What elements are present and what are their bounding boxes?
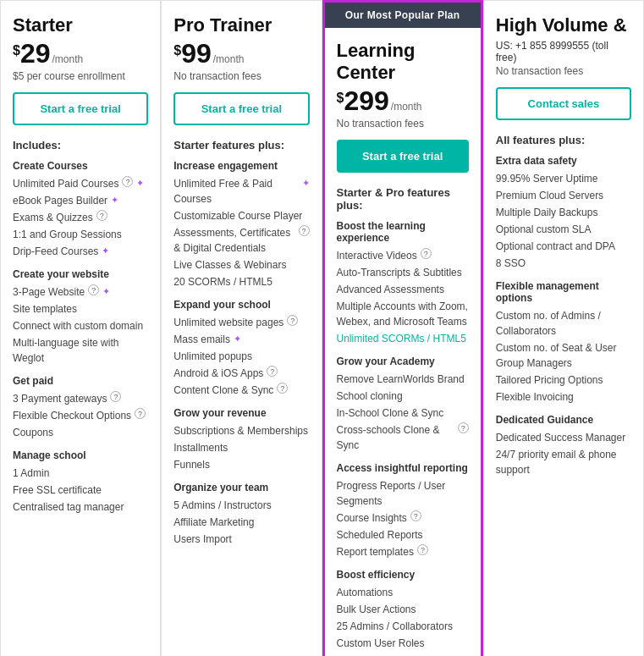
feature-item: Unlimited website pages ?	[173, 314, 309, 331]
plan-name-high-volume: High Volume &	[496, 14, 631, 36]
feature-text: Site templates	[13, 301, 77, 317]
feature-item: Custom no. of Admins / Collaborators	[496, 307, 631, 339]
trial-button-learning-center[interactable]: Start a free trial	[337, 140, 469, 173]
feature-item: Live Classes & Webinars	[173, 256, 309, 273]
price-amount: 299	[344, 87, 388, 114]
info-icon[interactable]: ?	[410, 510, 421, 521]
section-header-learning-center-2: Access insightful reporting	[337, 462, 469, 474]
info-icon[interactable]: ?	[267, 366, 278, 377]
info-icon[interactable]: ?	[458, 422, 469, 433]
feature-item: 99.95% Server Uptime	[496, 170, 631, 187]
feature-text: Customizable Course Player	[173, 208, 302, 223]
feature-item: Centralised tag manager	[13, 499, 148, 515]
feature-text: Progress Reports / User Segments	[337, 478, 469, 509]
feature-text: Dedicated Success Manager	[496, 430, 625, 445]
includes-label-high-volume: All features plus:	[496, 134, 631, 146]
feature-text: In-School Clone & Sync	[337, 405, 444, 421]
info-icon[interactable]: ?	[421, 248, 432, 259]
sparkle-icon: ✦	[102, 244, 109, 258]
feature-text: Connect with custom domain	[13, 318, 143, 334]
plan-col-pro-trainer: Pro Trainer $ 99 /month No transaction f…	[161, 0, 322, 656]
section-header-starter-0: Create Courses	[13, 160, 148, 172]
section-header-starter-2: Get paid	[13, 375, 148, 387]
feature-item: Custom User Roles	[337, 635, 469, 652]
feature-item: Site templates	[13, 300, 148, 317]
price-note-high-volume: No transaction fees	[496, 65, 631, 77]
info-icon[interactable]: ?	[417, 544, 428, 555]
price-period: /month	[52, 53, 84, 65]
feature-item: Optional contract and DPA	[496, 238, 631, 255]
trial-button-high-volume[interactable]: Contact sales	[496, 87, 631, 120]
feature-text: Premium Cloud Servers	[496, 188, 603, 203]
feature-item: Remove LearnWorlds Brand	[337, 371, 469, 388]
price-note-learning-center: No transaction fees	[337, 118, 469, 130]
feature-item: Mass emails ✦	[173, 331, 309, 348]
price-amount: 29	[20, 40, 51, 67]
section-header-learning-center-3: Boost efficiency	[337, 569, 469, 581]
feature-text: Unlimited popups	[173, 349, 252, 364]
price-currency: $	[337, 91, 344, 106]
feature-text: 99.95% Server Uptime	[496, 171, 598, 186]
feature-text: 5 Admins / Instructors	[173, 498, 271, 513]
info-icon[interactable]: ?	[287, 315, 298, 326]
feature-text: Flexible Invoicing	[496, 389, 574, 405]
feature-item: 1 Admin	[13, 465, 148, 482]
feature-item: Cross-schools Clone & Sync ?	[337, 422, 469, 454]
feature-text: Assessments, Certificates & Digital Cred…	[173, 225, 294, 256]
feature-item: 1:1 and Group Sessions	[13, 226, 148, 243]
plan-name-pro-trainer: Pro Trainer	[173, 14, 309, 36]
feature-item: Optional custom SLA	[496, 221, 631, 238]
feature-item: Subscriptions & Memberships	[173, 422, 309, 439]
plan-price-pro-trainer: $ 99 /month	[173, 40, 309, 67]
feature-text: Multiple Daily Backups	[496, 205, 598, 220]
info-icon[interactable]: ?	[277, 383, 288, 394]
section-header-high-volume-1: Flexible management options	[496, 280, 631, 304]
info-icon[interactable]: ?	[110, 391, 121, 402]
feature-text: 20 SCORMs / HTML5	[173, 274, 272, 289]
info-icon[interactable]: ?	[122, 176, 133, 187]
feature-item: Exams & Quizzes ?	[13, 209, 148, 226]
sparkle-icon: ✦	[111, 193, 118, 207]
trial-button-starter[interactable]: Start a free trial	[13, 92, 148, 125]
price-period: /month	[391, 101, 422, 113]
info-icon[interactable]: ?	[299, 225, 310, 236]
feature-text: Unlimited Free & Paid Courses	[173, 176, 298, 207]
price-note-pro-trainer: No transaction fees	[173, 70, 309, 82]
info-icon[interactable]: ?	[96, 210, 107, 221]
feature-item: 3 Payment gateways ?	[13, 390, 148, 407]
feature-item: In-School Clone & Sync	[337, 405, 469, 422]
feature-text: Unlimited Paid Courses	[13, 176, 118, 191]
feature-text: 3-Page Website	[13, 284, 85, 300]
feature-text: Tailored Pricing Options	[496, 372, 603, 388]
feature-text: Android & iOS Apps	[173, 366, 263, 381]
feature-item: Custom no. of Seat & User Group Managers	[496, 339, 631, 372]
popular-badge: Our Most Popular Plan	[325, 3, 481, 28]
feature-text: 1 Admin	[13, 466, 49, 481]
info-icon[interactable]: ?	[88, 284, 99, 295]
trial-button-pro-trainer[interactable]: Start a free trial	[173, 92, 309, 125]
section-header-starter-1: Create your website	[13, 268, 148, 280]
feature-item: Multiple Accounts with Zoom, Webex, and …	[337, 298, 469, 330]
feature-text: Coupons	[13, 425, 53, 440]
section-header-pro-trainer-3: Organize your team	[173, 482, 309, 493]
feature-item: eBook Pages Builder ✦	[13, 192, 148, 209]
info-icon[interactable]: ?	[135, 408, 146, 419]
feature-item: Unlimited SCORMs / HTML5	[337, 330, 469, 347]
plan-col-learning-center: Our Most Popular PlanLearning Center $ 2…	[322, 0, 483, 656]
price-currency: $	[13, 43, 20, 58]
feature-text: eBook Pages Builder	[13, 193, 107, 208]
feature-item: Dedicated Success Manager	[496, 429, 631, 446]
feature-text: Advanced Assessments	[337, 282, 444, 297]
price-note-starter: $5 per course enrollment	[13, 70, 148, 82]
feature-item: Scheduled Reports	[337, 526, 469, 543]
feature-item: Android & iOS Apps ?	[173, 365, 309, 382]
plan-price-learning-center: $ 299 /month	[337, 87, 469, 114]
feature-item: Drip-Feed Courses ✦	[13, 243, 148, 260]
feature-text: Subscriptions & Memberships	[173, 423, 308, 438]
plan-col-high-volume: High Volume &US: +1 855 8999555 (toll fr…	[483, 0, 644, 656]
feature-text: 8 SSO	[496, 256, 526, 271]
feature-text: 1:1 and Group Sessions	[13, 227, 122, 242]
feature-text: Multi-language site with Weglot	[13, 335, 148, 366]
feature-item: Unlimited Paid Courses ? ✦	[13, 175, 148, 192]
sparkle-icon: ✦	[302, 176, 310, 190]
